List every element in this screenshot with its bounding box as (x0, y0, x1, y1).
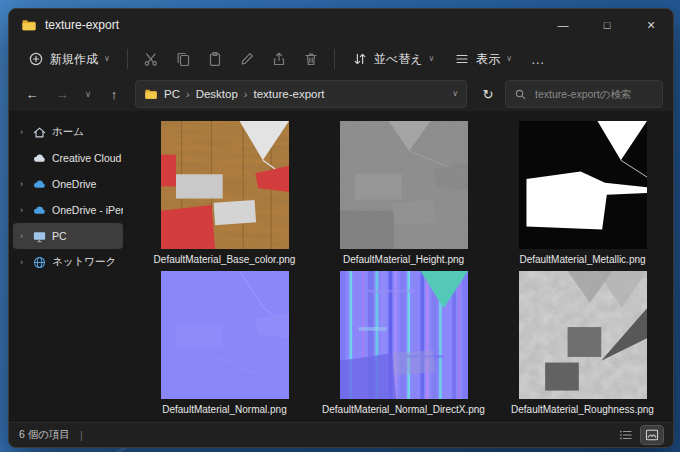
sidebar-item-pc[interactable]: › PC (13, 223, 123, 249)
rename-icon (239, 51, 255, 67)
search-icon (514, 88, 527, 101)
sidebar-item-network[interactable]: › ネットワーク (13, 249, 123, 275)
details-view-button[interactable] (615, 426, 637, 444)
file-name: DefaultMaterial_Normal_DirectX.png (322, 404, 485, 415)
thumbnail-normal-directx (340, 271, 468, 399)
details-view-icon (619, 429, 633, 441)
sort-button[interactable]: 並べ替え ∨ (343, 46, 443, 73)
new-button-label: 新規作成 (50, 51, 98, 68)
breadcrumb-folder-icon (144, 87, 158, 101)
item-count: 6 個の項目 (19, 428, 70, 442)
file-name: DefaultMaterial_Roughness.png (511, 404, 654, 415)
breadcrumb-item-desktop[interactable]: Desktop (196, 88, 238, 100)
share-icon (271, 51, 287, 67)
forward-button[interactable]: → (49, 81, 75, 107)
creative-cloud-icon (31, 150, 47, 166)
file-name: DefaultMaterial_Height.png (343, 254, 464, 265)
file-item-height[interactable]: DefaultMaterial_Height.png (314, 121, 493, 265)
maximize-button[interactable]: □ (585, 9, 629, 41)
sidebar-item-label: OneDrive - iPentec (52, 204, 123, 216)
file-name: DefaultMaterial_Normal.png (162, 404, 287, 415)
thumbnail-height (340, 121, 468, 249)
pc-monitor-icon (31, 228, 47, 244)
paste-icon (207, 51, 223, 67)
search-input[interactable] (533, 87, 654, 101)
breadcrumb-separator: › (244, 88, 248, 100)
sidebar-item-onedrive-ipentec[interactable]: › OneDrive - iPentec (13, 197, 123, 223)
thumbnail-metallic (519, 121, 647, 249)
search-box[interactable] (505, 80, 663, 108)
window-title: texture-export (45, 18, 119, 32)
breadcrumb-item-texture-export[interactable]: texture-export (254, 88, 325, 100)
sidebar-item-label: Creative Cloud Files (52, 152, 123, 164)
explorer-window: texture-export — □ × 新規作成 ∨ (8, 8, 674, 448)
sidebar-item-creative-cloud-files[interactable]: Creative Cloud Files (13, 145, 123, 171)
scissors-icon (143, 51, 159, 67)
chevron-down-icon: ∨ (506, 55, 512, 63)
chevron-right-icon[interactable]: › (17, 127, 26, 137)
view-icon (454, 51, 470, 67)
chevron-down-icon: ∨ (428, 55, 434, 63)
breadcrumb-item-pc[interactable]: PC (164, 88, 180, 100)
thumbnail-base-color (161, 121, 289, 249)
sidebar-item-onedrive[interactable]: › OneDrive (13, 171, 123, 197)
address-row: ← → ∨ ↑ PC › Desktop › texture-export ∨ … (9, 77, 673, 111)
back-button[interactable]: ← (19, 81, 45, 107)
breadcrumb-separator: › (186, 88, 190, 100)
chevron-right-icon[interactable]: › (17, 257, 26, 267)
title-bar: texture-export — □ × (9, 9, 673, 41)
sidebar-item-label: PC (52, 230, 67, 242)
delete-button[interactable] (296, 44, 326, 74)
sidebar-item-label: ネットワーク (52, 255, 116, 269)
status-bar: 6 個の項目 | (9, 422, 673, 447)
plus-circle-icon (28, 51, 44, 67)
trash-icon (303, 51, 319, 67)
chevron-right-icon[interactable]: › (17, 179, 26, 189)
paste-button[interactable] (200, 44, 230, 74)
rename-button[interactable] (232, 44, 262, 74)
view-button[interactable]: 表示 ∨ (445, 46, 521, 73)
recent-locations-button[interactable]: ∨ (79, 81, 97, 107)
file-name: DefaultMaterial_Base_color.png (154, 254, 296, 265)
file-name: DefaultMaterial_Metallic.png (519, 254, 645, 265)
large-thumbnails-view-icon (645, 429, 659, 441)
thumbnail-roughness (519, 271, 647, 399)
more-button[interactable]: … (523, 44, 553, 74)
onedrive-cloud-icon (31, 202, 47, 218)
status-separator: | (80, 429, 83, 441)
command-bar: 新規作成 ∨ 並べ替え ∨ (9, 41, 673, 77)
home-icon (31, 124, 47, 140)
file-item-normal-directx[interactable]: DefaultMaterial_Normal_DirectX.png (314, 271, 493, 415)
copy-icon (175, 51, 191, 67)
new-button[interactable]: 新規作成 ∨ (19, 46, 119, 73)
file-item-metallic[interactable]: DefaultMaterial_Metallic.png (493, 121, 672, 265)
chevron-right-icon[interactable]: › (17, 231, 26, 241)
toolbar-separator (127, 49, 128, 69)
file-item-normal[interactable]: DefaultMaterial_Normal.png (135, 271, 314, 415)
view-button-label: 表示 (476, 51, 500, 68)
chevron-right-icon[interactable]: › (17, 205, 26, 215)
address-bar[interactable]: PC › Desktop › texture-export ∨ (135, 80, 467, 108)
toolbar-separator (334, 49, 335, 69)
minimize-button[interactable]: — (541, 9, 585, 41)
onedrive-cloud-icon (31, 176, 47, 192)
address-dropdown-chevron-icon[interactable]: ∨ (452, 90, 458, 98)
large-thumbnails-view-button[interactable] (641, 426, 663, 444)
chevron-down-icon: ∨ (104, 55, 110, 63)
copy-button[interactable] (168, 44, 198, 74)
window-body: › ホーム Creative Cloud Files › OneDrive (9, 111, 673, 422)
file-grid: DefaultMaterial_Base_color.png DefaultMa… (127, 111, 673, 422)
file-item-base-color[interactable]: DefaultMaterial_Base_color.png (135, 121, 314, 265)
sidebar-item-home[interactable]: › ホーム (13, 119, 123, 145)
refresh-button[interactable]: ↻ (475, 81, 501, 107)
cut-button[interactable] (136, 44, 166, 74)
up-button[interactable]: ↑ (101, 81, 127, 107)
sort-icon (352, 51, 368, 67)
app-folder-icon (21, 17, 37, 33)
close-button[interactable]: × (629, 9, 673, 41)
sidebar-item-label: ホーム (52, 125, 84, 139)
sort-button-label: 並べ替え (374, 51, 423, 68)
thumbnail-normal (161, 271, 289, 399)
share-button[interactable] (264, 44, 294, 74)
file-item-roughness[interactable]: DefaultMaterial_Roughness.png (493, 271, 672, 415)
